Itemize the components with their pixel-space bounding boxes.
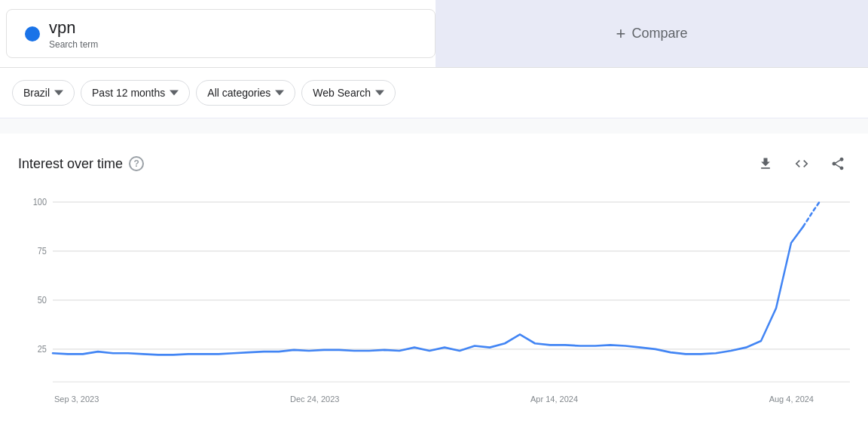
search-term-dot: [25, 26, 40, 41]
svg-text:50: 50: [38, 296, 47, 305]
chevron-down-icon: [275, 88, 284, 97]
embed-button[interactable]: [790, 152, 814, 176]
search-term-label: Search term: [49, 39, 98, 50]
filter-bar: Brazil Past 12 months All categories Web…: [0, 68, 868, 118]
chart-title-group: Interest over time ?: [18, 156, 144, 172]
x-label-aug: Aug 4, 2024: [769, 395, 814, 404]
share-icon: [830, 156, 845, 171]
filter-search-type-label: Web Search: [313, 87, 371, 99]
compare-plus-icon: +: [616, 24, 626, 44]
filter-category[interactable]: All categories: [196, 80, 295, 106]
x-label-sep: Sep 3, 2023: [54, 395, 99, 404]
filter-category-label: All categories: [207, 87, 270, 99]
svg-text:100: 100: [33, 198, 47, 207]
filter-country-label: Brazil: [23, 87, 50, 99]
svg-text:75: 75: [38, 247, 47, 256]
section-divider: [0, 118, 868, 134]
compare-button[interactable]: + Compare: [436, 0, 868, 67]
chart-header: Interest over time ?: [18, 152, 850, 176]
chevron-down-icon: [375, 88, 384, 97]
share-button[interactable]: [826, 152, 850, 176]
x-label-apr: Apr 14, 2024: [530, 395, 578, 404]
filter-country[interactable]: Brazil: [12, 80, 75, 106]
x-label-dec: Dec 24, 2023: [290, 395, 339, 404]
chart-container: 100 75 50 25: [18, 194, 850, 390]
search-term-name: vpn: [49, 18, 98, 38]
interest-chart: 100 75 50 25: [18, 194, 850, 390]
compare-label: Compare: [631, 26, 687, 41]
download-icon: [758, 156, 773, 171]
filter-time[interactable]: Past 12 months: [81, 80, 190, 106]
search-term-text-group: vpn Search term: [49, 18, 98, 50]
filter-time-label: Past 12 months: [92, 87, 165, 99]
search-term-box: vpn Search term: [6, 9, 436, 58]
help-icon[interactable]: ?: [129, 156, 144, 171]
x-axis-labels: Sep 3, 2023 Dec 24, 2023 Apr 14, 2024 Au…: [18, 390, 850, 404]
chart-actions: [753, 152, 850, 176]
code-icon: [794, 156, 809, 171]
chart-section: Interest over time ?: [0, 134, 868, 416]
chevron-down-icon: [54, 88, 63, 97]
svg-text:25: 25: [38, 345, 47, 354]
chart-title: Interest over time: [18, 156, 123, 172]
chevron-down-icon: [170, 88, 179, 97]
filter-search-type[interactable]: Web Search: [301, 80, 396, 106]
header-section: vpn Search term + Compare: [0, 0, 868, 68]
download-button[interactable]: [753, 152, 778, 176]
